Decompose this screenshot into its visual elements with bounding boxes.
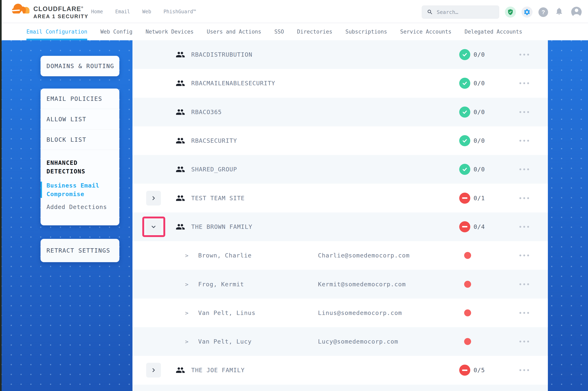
member-row: > Brown, Charlie Charlie@somedemocorp.co… — [133, 241, 548, 270]
enhanced-detections-title: ENHANCED DETECTIONS — [46, 159, 113, 176]
sidebar-label: DOMAINS & ROUTING — [46, 63, 114, 70]
bell-icon — [555, 7, 564, 15]
tab-service-accounts[interactable]: Service Accounts — [400, 23, 451, 40]
sidebar-label: RETRACT SETTINGS — [46, 247, 110, 254]
minus-icon — [462, 226, 467, 227]
status-badge — [459, 164, 470, 175]
tab-delegated-accounts[interactable]: Delegated Accounts — [464, 23, 522, 40]
status-badge — [459, 193, 470, 204]
member-email: Lucy@somedemocorp.com — [318, 338, 398, 345]
cloudflare-logo-icon — [11, 2, 31, 15]
member-count: 0/5 — [473, 367, 485, 374]
registered-mark: ® — [81, 6, 83, 9]
row-actions-button[interactable] — [518, 167, 530, 172]
member-chevron-icon[interactable]: > — [185, 338, 188, 345]
notifications-button[interactable] — [555, 7, 564, 15]
group-name: SHARED_GROUP — [191, 166, 237, 173]
row-actions-button[interactable] — [518, 224, 530, 229]
tab-sso[interactable]: SSO — [274, 23, 284, 40]
status-badge — [459, 78, 470, 89]
member-count: 0/1 — [473, 195, 485, 202]
nav-web[interactable]: Web — [142, 9, 151, 14]
tab-users-and-actions[interactable]: Users and Actions — [207, 23, 261, 40]
tab-network-devices[interactable]: Network Devices — [146, 23, 194, 40]
status-badge — [459, 221, 470, 232]
sidebar-item-allow-list[interactable]: ALLOW LIST — [40, 109, 119, 129]
flagged-dot-icon — [464, 338, 471, 345]
search-input[interactable] — [437, 9, 492, 15]
minus-icon — [462, 197, 467, 199]
nav-home[interactable]: Home — [91, 9, 103, 14]
expand-toggle-button[interactable] — [146, 191, 161, 205]
tab-email-configuration[interactable]: Email Configuration — [26, 23, 87, 40]
avatar-icon — [571, 7, 582, 17]
status-badge — [459, 135, 470, 146]
sidebar-item-retract-settings[interactable]: RETRACT SETTINGS — [40, 239, 119, 262]
account-button[interactable] — [571, 7, 582, 17]
sidebar-label: Business Email Compromise — [46, 182, 99, 197]
row-actions-button[interactable] — [518, 139, 530, 143]
gear-icon — [523, 8, 531, 16]
row-actions-button[interactable] — [518, 339, 530, 344]
row-actions-button[interactable] — [518, 282, 530, 286]
sidebar-card-email-policies: EMAIL POLICIES ALLOW LIST BLOCK LIST ENH… — [40, 89, 119, 225]
group-icon — [176, 194, 185, 203]
check-icon — [462, 80, 468, 86]
row-actions-button[interactable] — [518, 110, 530, 114]
row-actions-button[interactable] — [518, 311, 530, 315]
shield-check-icon — [507, 8, 514, 15]
member-name: Van Pelt, Lucy — [198, 338, 252, 345]
sidebar-item-added-detections[interactable]: Added Detections — [46, 203, 113, 210]
search-box[interactable] — [422, 5, 499, 19]
group-name: RBACO365 — [191, 108, 222, 115]
group-row: TEST TEAM SITE 0/1 — [133, 184, 548, 212]
group-icon — [176, 222, 185, 231]
member-chevron-icon[interactable]: > — [185, 310, 188, 316]
row-actions-button[interactable] — [518, 253, 530, 258]
security-status-button[interactable] — [505, 6, 516, 18]
row-actions-button[interactable] — [518, 81, 530, 86]
tab-directories[interactable]: Directories — [297, 23, 332, 40]
sidebar-item-block-list[interactable]: BLOCK LIST — [40, 129, 119, 150]
check-icon — [462, 109, 468, 115]
top-header: CLOUDFLARE® AREA 1 SECURITY Home Email W… — [2, 0, 588, 23]
screen-edge-strip — [0, 0, 2, 391]
expand-toggle-button[interactable] — [146, 363, 161, 378]
row-actions-button[interactable] — [518, 53, 530, 57]
member-email: Linus@somedemocorp.com — [318, 309, 402, 316]
group-name: RBACSECURITY — [191, 137, 237, 144]
check-icon — [462, 138, 468, 144]
settings-button[interactable] — [521, 6, 533, 18]
expand-toggle-button[interactable] — [146, 219, 161, 234]
row-actions-button[interactable] — [518, 196, 530, 200]
chevron-right-icon — [151, 368, 156, 373]
group-name: THE JOE FAMILY — [191, 367, 245, 374]
primary-nav: Home Email Web PhishGuard™ — [91, 0, 196, 23]
member-count: 0/0 — [473, 80, 485, 87]
group-row: THE BROWN FAMILY 0/4 — [133, 212, 548, 241]
help-button[interactable] — [538, 7, 548, 17]
member-chevron-icon[interactable]: > — [185, 281, 188, 287]
group-row: RBACSECURITY 0/0 — [133, 126, 548, 155]
chevron-right-icon — [151, 196, 156, 201]
tab-web-config[interactable]: Web Config — [100, 23, 133, 40]
brand-name-text: CLOUDFLARE — [33, 5, 81, 12]
nav-phishguard[interactable]: PhishGuard™ — [163, 9, 196, 14]
member-name: Frog, Kermit — [198, 281, 244, 288]
member-row: > Van Pelt, Lucy Lucy@somedemocorp.com — [133, 327, 548, 356]
group-name: THE BROWN FAMILY — [191, 223, 252, 230]
search-icon — [427, 9, 433, 15]
group-row: SHARED_GROUP 0/0 — [133, 155, 548, 184]
brand-subtitle: AREA 1 SECURITY — [33, 13, 88, 19]
member-count: 0/0 — [473, 108, 485, 115]
sidebar-item-email-policies[interactable]: EMAIL POLICIES — [40, 89, 119, 109]
active-indicator-bar — [40, 182, 42, 198]
member-chevron-icon[interactable]: > — [185, 252, 188, 259]
group-name: RBACDISTRUBUTION — [191, 51, 252, 58]
tab-subscriptions[interactable]: Subscriptions — [345, 23, 387, 40]
sidebar-item-domains-routing[interactable]: DOMAINS & ROUTING — [40, 56, 119, 76]
row-actions-button[interactable] — [518, 368, 530, 372]
sidebar-item-business-email-compromise[interactable]: Business Email Compromise — [46, 181, 113, 198]
nav-email[interactable]: Email — [115, 9, 130, 14]
enhanced-detections-section: ENHANCED DETECTIONS Business Email Compr… — [40, 150, 119, 210]
